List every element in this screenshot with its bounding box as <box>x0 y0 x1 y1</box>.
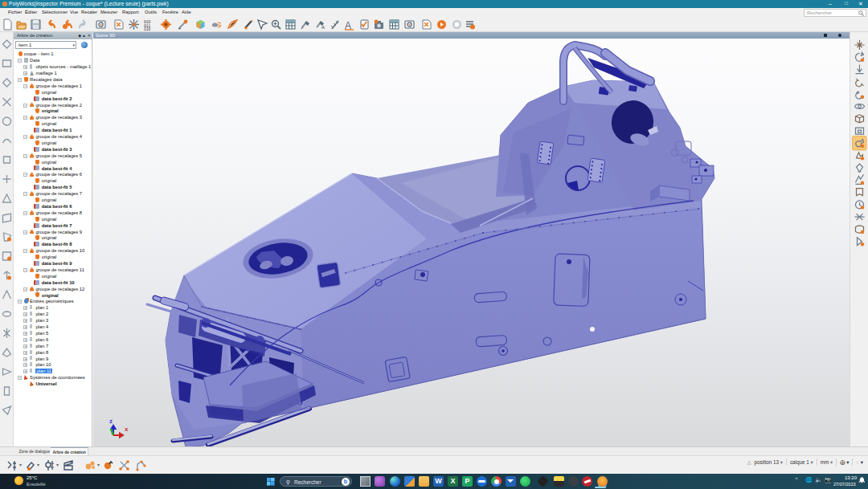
svg-text:A: A <box>321 25 325 30</box>
svg-text:▾: ▾ <box>37 463 39 467</box>
svg-text:▾: ▾ <box>97 463 100 467</box>
svg-text:▾: ▾ <box>19 463 22 467</box>
svg-text:▾: ▾ <box>56 463 59 467</box>
svg-text:z: z <box>109 418 113 425</box>
svg-text:110: 110 <box>144 27 151 31</box>
svg-text:x: x <box>125 426 129 433</box>
